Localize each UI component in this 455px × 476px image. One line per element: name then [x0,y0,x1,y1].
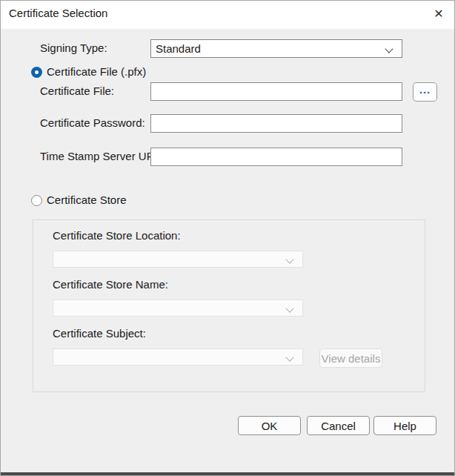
certificate-file-input[interactable] [150,82,402,101]
titlebar: Certificate Selection ✕ [1,1,454,29]
cancel-button[interactable]: Cancel [307,416,370,435]
ok-button[interactable]: OK [238,416,301,435]
radio-dot [35,70,39,74]
certificate-store-location-dropdown [53,251,303,268]
certificate-password-label: Certificate Password: [40,114,145,132]
timestamp-server-url-label: Time Stamp Server URL: [40,148,164,165]
chevron-down-icon [285,304,293,312]
chevron-down-icon [285,353,293,361]
help-button[interactable]: Help [373,416,436,435]
certificate-file-radio[interactable] [31,67,42,78]
timestamp-server-url-input[interactable] [150,148,402,166]
certificate-store-name-label: Certificate Store Name: [53,276,168,294]
certificate-password-input[interactable] [150,114,402,133]
view-details-button: View details [319,348,382,368]
dialog-bottom-edge [1,472,454,475]
certificate-store-location-label: Certificate Store Location: [53,227,181,245]
signing-type-label: Signing Type: [40,39,107,57]
certificate-file-label: Certificate File: [40,82,114,100]
close-icon: ✕ [434,7,443,21]
chevron-down-icon [385,44,393,53]
certificate-file-radio-label[interactable]: Certificate File (.pfx) [47,66,146,78]
chevron-down-icon [285,255,293,263]
certificate-store-name-dropdown [53,300,303,317]
certificate-store-radio[interactable] [31,195,42,206]
certificate-store-radio-label[interactable]: Certificate Store [47,194,127,206]
certificate-subject-label: Certificate Subject: [53,325,146,343]
dialog-title: Certificate Selection [9,1,107,26]
browse-button[interactable]: ... [413,82,437,102]
signing-type-dropdown[interactable]: Standard [150,39,402,58]
ellipsis-icon: ... [419,83,431,96]
signing-type-value: Standard [156,42,201,55]
certificate-subject-dropdown [53,348,303,366]
close-button[interactable]: ✕ [425,1,453,26]
certificate-selection-dialog: Certificate Selection ✕ Signing Type: St… [0,0,455,476]
